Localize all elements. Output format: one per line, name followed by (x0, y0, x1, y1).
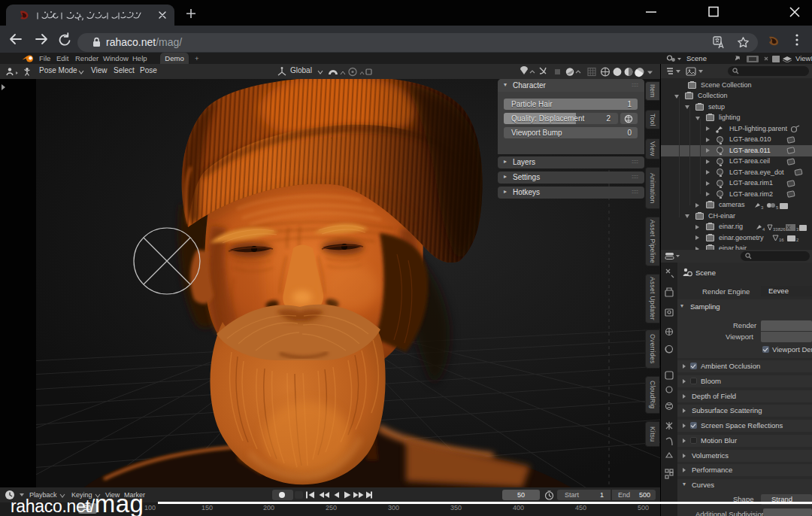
svg-text:3: 3 (761, 205, 764, 210)
svg-text:16: 16 (779, 238, 784, 242)
svg-text:33826: 33826 (773, 227, 786, 232)
svg-text:5: 5 (776, 205, 779, 210)
svg-text:3: 3 (796, 227, 799, 232)
svg-text:2: 2 (796, 238, 799, 242)
svg-text:4: 4 (762, 227, 765, 232)
